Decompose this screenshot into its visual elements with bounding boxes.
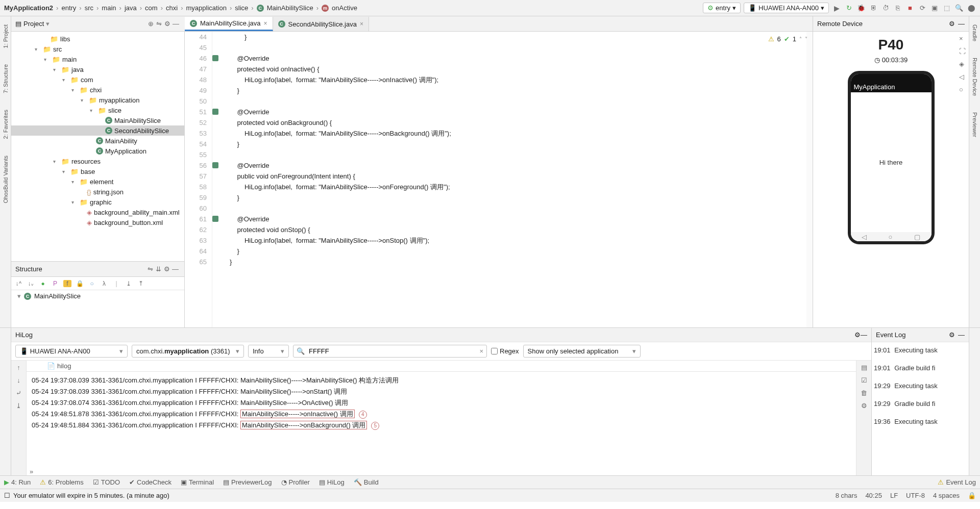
- hilog-level-combo[interactable]: Info ▾: [248, 345, 289, 358]
- sdk-icon[interactable]: ⬚: [942, 4, 951, 12]
- close-icon[interactable]: ×: [264, 20, 267, 27]
- phone-screen[interactable]: Hi there: [851, 92, 932, 232]
- status-pos[interactable]: 40:25: [865, 492, 882, 499]
- editor-tab-main[interactable]: CMainAbilitySlice.java×: [185, 17, 273, 31]
- tree-folder-java[interactable]: ▾📁java: [11, 64, 185, 74]
- tab-project[interactable]: 1: Project: [3, 21, 9, 51]
- coverage-icon[interactable]: ⛨: [869, 4, 878, 12]
- profile-icon[interactable]: ⏱: [881, 4, 890, 12]
- tool-tab-run[interactable]: ▶4: Run: [4, 478, 31, 486]
- status-lock-icon[interactable]: 🔒: [968, 492, 976, 499]
- tool-tab-problems[interactable]: ⚠6: Problems: [40, 478, 83, 486]
- tab-structure[interactable]: 7: Structure: [3, 61, 9, 96]
- tab-gradle[interactable]: Gradle: [972, 21, 978, 44]
- help-icon[interactable]: ⬤: [967, 4, 976, 12]
- sync-icon[interactable]: ⟳: [918, 4, 927, 12]
- prev-icon[interactable]: ˄: [799, 34, 802, 44]
- breadcrumb-method[interactable]: onActive: [332, 4, 357, 12]
- editor-content[interactable]: 4445464748495051525354555657585960616263…: [185, 32, 813, 327]
- debug-icon[interactable]: 🐞: [856, 4, 866, 12]
- tool-tab-eventlog[interactable]: ⚠Event Log: [938, 478, 976, 486]
- lock-icon[interactable]: 🔒: [76, 280, 84, 287]
- hilog-package-combo[interactable]: com.chxi.myapplication (3361) ▾: [132, 345, 244, 358]
- tool-tab-profiler[interactable]: ◔Profiler: [281, 478, 310, 486]
- tree-file-bg-ability[interactable]: ◈background_ability_main.xml: [11, 207, 185, 217]
- collapse-icon[interactable]: ⇋: [156, 20, 164, 28]
- eventlog-entries[interactable]: 19:01 Executing task19:01 Gradle build f…: [872, 342, 969, 475]
- hilog-search[interactable]: 🔍 ×: [293, 345, 487, 358]
- locate-icon[interactable]: ⊕: [148, 20, 156, 28]
- attach-icon[interactable]: ⎘: [893, 4, 902, 12]
- tree-folder-slice[interactable]: ▾📁slice: [11, 105, 185, 115]
- check-icon[interactable]: ✔: [784, 34, 790, 44]
- tree-folder-com[interactable]: ▾📁com: [11, 74, 185, 85]
- project-tree[interactable]: 📁libs ▾📁src ▾📁main ▾📁java ▾📁com ▾📁chxi ▾…: [11, 32, 185, 261]
- hilog-search-input[interactable]: [307, 345, 477, 357]
- tab-favorites[interactable]: 2: Favorites: [3, 107, 9, 142]
- tool-tab-codecheck[interactable]: ✔CodeCheck: [129, 478, 172, 486]
- filter-icon[interactable]: ▤: [861, 364, 867, 371]
- breadcrumb-item[interactable]: java: [125, 4, 137, 12]
- breadcrumb-class[interactable]: MainAbilitySlice: [267, 4, 313, 12]
- gear-icon[interactable]: ⚙: [949, 331, 955, 339]
- breadcrumb-item[interactable]: com: [145, 4, 158, 12]
- next-icon[interactable]: ˅: [805, 34, 807, 44]
- tree-file-string-json[interactable]: {}string.json: [11, 187, 185, 197]
- tree-class-main-slice[interactable]: CMainAbilitySlice: [11, 115, 185, 125]
- tab-previewer[interactable]: Previewer: [972, 109, 978, 140]
- status-indent[interactable]: 4 spaces: [933, 492, 960, 499]
- tree-folder-graphic[interactable]: ▾📁graphic: [11, 197, 185, 207]
- gear-icon[interactable]: ⚙: [854, 331, 861, 339]
- tool-tab-todo[interactable]: ☑TODO: [93, 478, 120, 486]
- gear-icon[interactable]: ⚙: [949, 20, 955, 28]
- tree-class-second-slice[interactable]: CSecondAbilitySlice: [11, 125, 185, 136]
- sort-alpha-icon[interactable]: ↓ᴬ: [14, 280, 22, 287]
- show-fields-icon[interactable]: ●: [39, 280, 47, 287]
- rerun-icon[interactable]: ↻: [844, 4, 853, 12]
- up-icon[interactable]: ↑: [17, 364, 20, 371]
- check-icon[interactable]: ☑: [861, 376, 867, 384]
- tool-tab-hilog[interactable]: ▤HiLog: [319, 478, 345, 486]
- tree-folder-libs[interactable]: 📁libs: [11, 34, 185, 44]
- settings-icon[interactable]: ⚙: [861, 402, 867, 410]
- structure-root[interactable]: ▾C MainAbilitySlice: [11, 290, 184, 302]
- hilog-show-combo[interactable]: Show only selected application ▾: [523, 345, 641, 358]
- tree-folder-chxi[interactable]: ▾📁chxi: [11, 85, 185, 95]
- code-area[interactable]: } @Override protected void onInactive() …: [222, 32, 806, 327]
- breadcrumb-item[interactable]: main: [102, 4, 116, 12]
- editor-tab-second[interactable]: CSecondAbilitySlice.java×: [273, 17, 369, 31]
- tree-class-myapplication[interactable]: CMyApplication: [11, 146, 185, 156]
- minimap[interactable]: [806, 32, 813, 327]
- rotate-icon[interactable]: ◈: [959, 60, 966, 68]
- breadcrumb-item[interactable]: entry: [61, 4, 76, 12]
- tool-tab-terminal[interactable]: ▣Terminal: [181, 478, 214, 486]
- collapse-all-icon[interactable]: ⇊: [156, 265, 164, 273]
- show-props-icon[interactable]: P: [51, 280, 59, 287]
- hilog-regex-checkbox[interactable]: Regex: [491, 347, 519, 355]
- hilog-log[interactable]: 05-24 19:37:08.039 3361-3361/com.chxi.my…: [27, 372, 856, 467]
- tab-remote-device[interactable]: Remote Device: [972, 55, 978, 99]
- back-icon[interactable]: ◁: [959, 73, 966, 81]
- hide-icon[interactable]: —: [173, 20, 181, 28]
- down-icon[interactable]: ↓: [17, 376, 20, 384]
- breadcrumb-root[interactable]: MyApplication2: [4, 4, 53, 12]
- close-icon[interactable]: ×: [959, 35, 966, 42]
- tree-folder-src[interactable]: ▾📁src: [11, 44, 185, 54]
- stop-icon[interactable]: ■: [905, 4, 915, 12]
- trash-icon[interactable]: 🗑: [861, 389, 867, 397]
- expand-icon[interactable]: ⇋: [148, 265, 156, 273]
- phone-frame[interactable]: MyApplication Hi there ◁○▢: [848, 71, 935, 244]
- hide-icon[interactable]: —: [958, 331, 965, 339]
- hide-icon[interactable]: —: [172, 265, 180, 273]
- autoscroll-from-icon[interactable]: ⤒: [137, 280, 145, 287]
- hilog-more-icon[interactable]: »: [27, 467, 856, 475]
- gear-icon[interactable]: ⚙: [164, 20, 173, 28]
- search-icon[interactable]: 🔍: [954, 4, 964, 12]
- sort-vis-icon[interactable]: ↓ᵥ: [27, 280, 35, 287]
- tree-folder-myapplication[interactable]: ▾📁myapplication: [11, 95, 185, 105]
- scroll-end-icon[interactable]: ⤓: [16, 402, 21, 410]
- home-icon[interactable]: ○: [959, 86, 966, 93]
- breadcrumb-item[interactable]: src: [85, 4, 93, 12]
- run-icon[interactable]: ▶: [832, 4, 841, 12]
- clear-icon[interactable]: ×: [479, 347, 483, 355]
